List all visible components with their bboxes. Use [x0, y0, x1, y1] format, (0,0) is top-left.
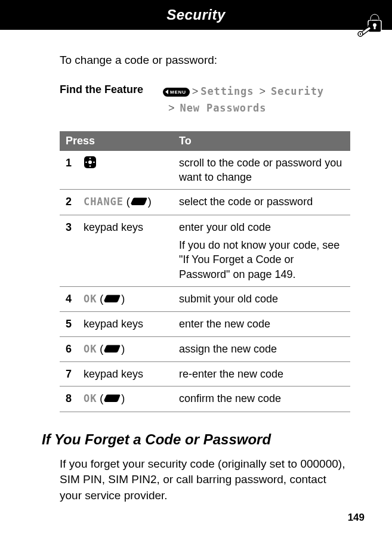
softkey-icon: [103, 392, 121, 406]
table-row: 8OK ()confirm the new code: [60, 387, 350, 412]
step-to: enter the new code: [173, 312, 350, 336]
press-lcd-label: CHANGE: [84, 196, 124, 208]
breadcrumb-sep: >: [192, 85, 199, 97]
path-security: Security: [271, 85, 324, 97]
table-row: 4OK ()submit your old code: [60, 286, 350, 311]
table-row: 5keypad keysenter the new code: [60, 312, 350, 336]
table-row: 2CHANGE ()select the code or password: [60, 190, 350, 215]
find-feature-label: Find the Feature: [60, 84, 152, 117]
step-to-extra: If you do not know your code, see "If Yo…: [179, 238, 344, 282]
step-press: OK (): [78, 336, 173, 361]
intro-text: To change a code or password:: [60, 54, 350, 67]
step-number: 8: [60, 387, 78, 412]
table-row: 1scroll to the code or password you want…: [60, 151, 350, 190]
step-to: confirm the new code: [173, 387, 350, 412]
step-press: OK (): [78, 387, 173, 412]
press-text: keypad keys: [84, 318, 143, 330]
softkey-icon: [103, 292, 121, 307]
softkey-icon: [103, 342, 121, 357]
step-number: 4: [60, 286, 78, 311]
svg-point-10: [93, 161, 95, 163]
svg-rect-2: [374, 26, 376, 29]
content-area: To change a code or password: Find the F…: [0, 30, 392, 504]
svg-point-8: [89, 165, 91, 167]
breadcrumb-sep: >: [168, 102, 175, 114]
step-press: CHANGE (): [78, 190, 173, 215]
nav-key-icon: [84, 156, 167, 169]
step-to: enter your old codeIf you do not know yo…: [173, 215, 350, 286]
step-number: 5: [60, 312, 78, 336]
step-number: 7: [60, 362, 78, 387]
step-to: submit your old code: [173, 286, 350, 311]
step-number: 1: [60, 151, 78, 190]
table-row: 3keypad keysenter your old codeIf you do…: [60, 215, 350, 286]
header-bar: Security: [0, 0, 392, 30]
svg-point-6: [88, 160, 92, 164]
step-to: assign the new code: [173, 336, 350, 361]
press-text: keypad keys: [84, 221, 143, 233]
lock-key-icon: [356, 13, 385, 43]
press-lcd-label: OK: [84, 293, 97, 305]
section-heading: If You Forget a Code or Password: [42, 431, 350, 448]
find-feature-row: Find the Feature MENU>Settings > Securit…: [60, 84, 350, 117]
menu-key-icon: MENU: [163, 88, 190, 97]
steps-table: Press To 1scroll to the code or password…: [60, 131, 350, 412]
path-new-passwords: New Passwords: [180, 102, 267, 114]
table-row: 7keypad keysre-enter the new code: [60, 362, 350, 387]
path-settings: Settings: [200, 85, 254, 97]
step-number: 2: [60, 190, 78, 215]
table-row: 6OK ()assign the new code: [60, 336, 350, 361]
table-header: Press To: [60, 131, 350, 151]
step-press: [78, 151, 173, 190]
step-number: 6: [60, 336, 78, 361]
page-number: 149: [348, 512, 365, 524]
step-press: OK (): [78, 286, 173, 311]
step-press: keypad keys: [78, 215, 173, 286]
step-to: scroll to the code or password you want …: [173, 151, 350, 190]
step-press: keypad keys: [78, 362, 173, 387]
softkey-icon: [130, 195, 148, 209]
press-lcd-label: OK: [84, 392, 97, 404]
page-title: Security: [166, 7, 226, 23]
col-header-press: Press: [60, 131, 173, 151]
step-number: 3: [60, 215, 78, 286]
svg-point-7: [89, 157, 91, 159]
col-header-to: To: [173, 131, 350, 151]
press-lcd-label: OK: [84, 343, 97, 355]
step-to: re-enter the new code: [173, 362, 350, 387]
feature-path: MENU>Settings > Security > New Passwords: [163, 84, 324, 117]
step-to: select the code or password: [173, 190, 350, 215]
svg-point-9: [85, 161, 87, 163]
section-body: If you forget your security code (origin…: [60, 456, 350, 504]
svg-point-4: [360, 33, 361, 35]
step-press: keypad keys: [78, 312, 173, 336]
press-text: keypad keys: [84, 368, 143, 380]
breadcrumb-sep: >: [259, 85, 266, 97]
